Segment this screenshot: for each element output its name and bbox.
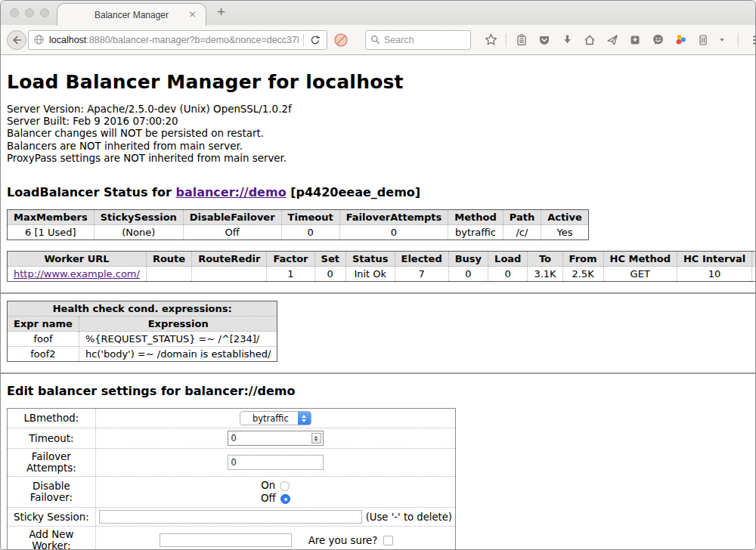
number-stepper[interactable] xyxy=(311,433,321,443)
send-tab-button[interactable] xyxy=(603,31,621,49)
download-box-button[interactable] xyxy=(626,31,644,49)
worker-status-table: Worker URL Route RouteRedir Factor Set S… xyxy=(7,251,755,282)
back-button[interactable] xyxy=(7,30,26,50)
lbmethod-row: LBmethod: bytraffic xyxy=(8,409,456,428)
bookmark-star-button[interactable] xyxy=(482,31,500,49)
downloads-icon xyxy=(562,34,573,45)
hamburger-menu-icon xyxy=(752,35,756,45)
zoom-window-button[interactable] xyxy=(40,8,49,17)
disable-failover-row: Disable Failover: On Off xyxy=(8,477,456,508)
search-icon xyxy=(370,35,380,45)
colors-dots-icon xyxy=(674,33,687,46)
table-header-row: Worker URL Route RouteRedir Factor Set S… xyxy=(8,252,756,267)
page-title: Load Balancer Manager for localhost xyxy=(7,55,749,93)
confirm-checkbox[interactable] xyxy=(383,536,393,545)
download-box-icon xyxy=(629,34,641,46)
search-input[interactable] xyxy=(384,35,460,45)
tab-balancer-manager[interactable]: Balancer Manager × xyxy=(57,3,206,26)
loadbalancer-status-heading: LoadBalancer Status for balancer://demo … xyxy=(7,185,749,199)
toolbar-overflow-button[interactable] xyxy=(717,31,727,49)
table-header-row: Expr name Expression xyxy=(8,317,277,332)
timeout-row: Timeout: xyxy=(8,428,456,449)
proxypass-note-line: ProxyPass settings are NOT inherited fro… xyxy=(7,153,749,165)
balancer-status-table: MaxMembers StickySession DisableFailover… xyxy=(7,209,589,240)
browser-window: Balancer Manager × + localhost:8880/bala… xyxy=(0,0,756,550)
content-block-button[interactable] xyxy=(332,31,350,49)
minimize-window-button[interactable] xyxy=(25,8,34,17)
failover-attempts-input[interactable] xyxy=(228,455,324,470)
window-controls xyxy=(10,8,49,17)
lbmethod-select[interactable]: bytraffic xyxy=(240,411,311,425)
chevron-down-icon xyxy=(720,39,724,42)
reload-button[interactable] xyxy=(308,31,322,49)
back-arrow-icon xyxy=(11,35,22,45)
content-block-icon xyxy=(333,32,349,48)
globe-icon xyxy=(33,34,45,45)
balancer-demo-link[interactable]: balancer://demo xyxy=(175,185,286,199)
section-divider xyxy=(1,372,755,374)
pocket-icon xyxy=(538,34,550,46)
downloads-button[interactable] xyxy=(558,31,576,49)
table-row: foof %{REQUEST_STATUS} =~ /^[234]/ xyxy=(8,332,277,347)
lbmethod-label: LBmethod: xyxy=(8,409,96,428)
tab-close-icon[interactable]: × xyxy=(188,8,197,20)
add-worker-input[interactable] xyxy=(160,533,292,547)
address-bar[interactable]: localhost:8880/balancer-manager?b=demo&n… xyxy=(28,30,327,50)
server-built-line: Server Built: Feb 9 2016 07:00:20 xyxy=(7,116,749,128)
failover-attempts-label: Failover Attempts: xyxy=(8,449,96,477)
smiley-icon xyxy=(652,33,665,46)
disable-failover-on-radio[interactable] xyxy=(280,481,290,491)
server-version-line: Server Version: Apache/2.5.0-dev (Unix) … xyxy=(7,104,749,116)
timeout-label: Timeout: xyxy=(8,428,96,449)
reload-icon xyxy=(310,35,321,45)
table-row: http://www.example.com/ 1 0 Init Ok 7 0 … xyxy=(8,267,756,282)
sticky-session-note: (Use '-' to delete) xyxy=(366,511,452,523)
timeout-input[interactable] xyxy=(228,431,324,446)
table-row: 6 [1 Used] (None) Off 0 0 bytraffic /c/ … xyxy=(8,225,589,240)
home-icon xyxy=(584,34,596,46)
server-info-block: Server Version: Apache/2.5.0-dev (Unix) … xyxy=(7,104,749,165)
tab-bar: Balancer Manager × + xyxy=(1,1,755,25)
search-bar[interactable] xyxy=(365,30,471,50)
page-content: Load Balancer Manager for localhost Serv… xyxy=(1,55,755,550)
disable-failover-label: Disable Failover: xyxy=(8,477,96,508)
radio-off-label: Off xyxy=(261,493,276,504)
url-path: :8880/balancer-manager?b=demo&nonce=decc… xyxy=(86,35,299,45)
table-row: foof2 hc('body') =~ /domain is establish… xyxy=(8,347,277,362)
table-header-row: MaxMembers StickySession DisableFailover… xyxy=(8,210,589,225)
bookmark-star-icon xyxy=(485,33,497,46)
reading-list-icon xyxy=(516,34,528,46)
sticky-session-row: Sticky Session: (Use '-' to delete) xyxy=(8,508,456,527)
reading-list-button[interactable] xyxy=(513,31,531,49)
health-check-table: Health check cond. expressions: Expr nam… xyxy=(7,301,277,362)
health-table-title: Health check cond. expressions: xyxy=(8,301,277,317)
confirm-label: Are you sure? xyxy=(308,535,378,546)
select-arrows-icon xyxy=(298,411,311,425)
inherit-note-line: Balancers are NOT inherited from main se… xyxy=(7,141,749,153)
container-button[interactable] xyxy=(694,31,712,49)
worker-url-link[interactable]: http://www.example.com/ xyxy=(14,268,140,280)
add-worker-row: Add New Worker: Are you sure? xyxy=(8,527,456,550)
edit-balancer-heading: Edit balancer settings for balancer://de… xyxy=(7,384,749,398)
url-text[interactable]: localhost:8880/balancer-manager?b=demo&n… xyxy=(49,35,299,45)
close-window-button[interactable] xyxy=(10,8,19,17)
table-title-row: Health check cond. expressions: xyxy=(8,301,277,317)
edit-balancer-form: LBmethod: bytraffic Timeout: xyxy=(7,408,456,550)
menu-button[interactable] xyxy=(749,31,756,49)
sticky-session-input[interactable] xyxy=(99,510,362,524)
forum-smiley-button[interactable] xyxy=(649,31,667,49)
send-plane-icon xyxy=(606,34,618,46)
container-icon xyxy=(697,34,709,46)
pocket-button[interactable] xyxy=(535,31,553,49)
sticky-session-label: Sticky Session: xyxy=(8,508,96,527)
failover-attempts-row: Failover Attempts: xyxy=(8,449,456,477)
add-worker-label: Add New Worker: xyxy=(8,527,96,550)
home-button[interactable] xyxy=(581,31,599,49)
section-divider xyxy=(1,292,755,294)
new-tab-button[interactable]: + xyxy=(217,4,225,20)
colors-extension-button[interactable] xyxy=(671,31,689,49)
tab-title: Balancer Manager xyxy=(94,10,169,20)
disable-failover-off-radio[interactable] xyxy=(280,494,290,504)
radio-on-label: On xyxy=(261,480,275,491)
navigation-toolbar: localhost:8880/balancer-manager?b=demo&n… xyxy=(1,25,755,55)
